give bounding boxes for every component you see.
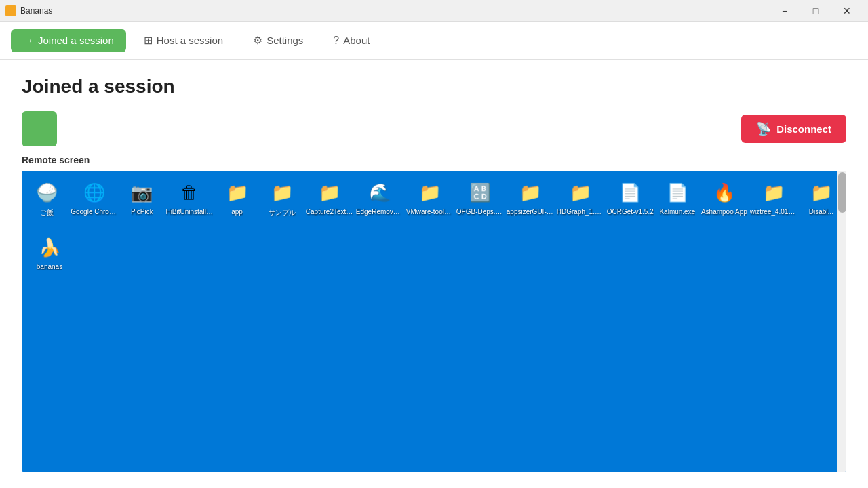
tab-joined-session[interactable]: → Joined a session (11, 29, 126, 52)
scrollbar[interactable] (837, 171, 846, 472)
icon-image: 📄 (616, 179, 644, 206)
disconnect-label: Disconnect (776, 123, 831, 135)
desktop-icon[interactable]: 🔥 Ashampoo App (700, 176, 749, 218)
tab-settings[interactable]: ⚙ Settings (241, 28, 315, 52)
icon-label: Capture2TextPor... (306, 208, 353, 216)
desktop-icon[interactable]: 📁 Capture2TextPor... (304, 176, 355, 218)
icon-image: 📁 (517, 179, 544, 206)
icon-image: 📷 (128, 179, 155, 206)
icon-label: Google Chrome (71, 208, 118, 216)
icon-label: HiBitUninstaller... (165, 208, 213, 216)
app-body: → Joined a session ⊞ Host a session ⚙ Se… (0, 22, 868, 488)
about-icon: ? (333, 35, 339, 47)
desktop-icon[interactable]: 🌐 Google Chrome (69, 176, 119, 218)
scrollbar-thumb (838, 172, 846, 213)
icon-image: 📁 (808, 179, 835, 206)
app-icon (5, 5, 16, 16)
icon-image: 📁 (567, 179, 594, 206)
icon-label: ご飯 (40, 208, 54, 218)
tabbar: → Joined a session ⊞ Host a session ⚙ Se… (0, 22, 868, 60)
desktop-icon[interactable]: 📄 OCRGet-v1.5.2 (606, 176, 655, 218)
icon-image: 📁 (760, 179, 787, 206)
tab-about[interactable]: ? About (321, 29, 382, 52)
tab-about-label: About (343, 35, 370, 46)
desktop-icon[interactable]: 📷 PicPick (119, 176, 164, 218)
icon-image: 🍌 (36, 234, 63, 261)
icon-label: wiztree_4.01_por... (750, 208, 797, 216)
icon-image: 📁 (416, 179, 443, 206)
maximize-button[interactable]: □ (800, 0, 831, 22)
minimize-button[interactable]: − (769, 0, 800, 22)
desktop-icon[interactable]: 📁 サンプル (260, 176, 304, 220)
icon-label: OCRGet-v1.5.2 (607, 208, 654, 216)
host-session-icon: ⊞ (144, 34, 153, 47)
icon-label: EdgeRemover.exe (356, 208, 403, 216)
tab-settings-label: Settings (267, 35, 303, 46)
desktop-icon[interactable]: 📁 app (214, 176, 259, 218)
icon-label: サンプル (269, 208, 296, 218)
remote-screen-label: Remote screen (22, 155, 846, 165)
desktop-icon[interactable]: 📁 appsizerGUI-2.0... (505, 176, 555, 218)
desktop-icon[interactable]: 🍚 ご飯 (24, 176, 69, 220)
icon-label: app (231, 208, 243, 216)
tab-joined-label: Joined a session (38, 35, 114, 46)
tab-host-label: Host a session (157, 35, 223, 46)
titlebar-controls: − □ ✕ (769, 0, 863, 22)
disconnect-button[interactable]: 📡 Disconnect (741, 115, 846, 143)
desktop-icons-row2: 🍌 bananas (22, 226, 846, 279)
session-controls: 📡 Disconnect (22, 111, 846, 146)
icon-image: 🌊 (366, 179, 393, 206)
settings-icon: ⚙ (253, 34, 262, 47)
tab-host-session[interactable]: ⊞ Host a session (132, 28, 235, 52)
desktop-icon[interactable]: 🗑 HiBitUninstaller... (164, 176, 214, 218)
desktop-icon[interactable]: 🌊 EdgeRemover.exe (355, 176, 405, 218)
desktop-icon[interactable]: 🔠 OFGB-Deps.exe (455, 176, 505, 218)
desktop-icon[interactable]: 📄 Kalmun.exe (655, 176, 700, 218)
icon-label: appsizerGUI-2.0... (507, 208, 554, 216)
titlebar: Bananas − □ ✕ (0, 0, 868, 22)
icon-image: 📄 (664, 179, 691, 206)
icon-image: 📁 (316, 179, 343, 206)
icon-image: 📁 (224, 179, 251, 206)
icon-label: HDGraph_1.5.1 (557, 208, 604, 216)
desktop-icon[interactable]: 📁 wiztree_4.01_por... (749, 176, 799, 218)
titlebar-title: Bananas (5, 5, 52, 16)
icon-label: Disabl... (809, 208, 833, 216)
desktop-icons-row1: 🍚 ご飯 🌐 Google Chrome 📷 PicPick 🗑 HiBitUn… (22, 171, 846, 226)
icon-label: VMware-tools-1... (406, 208, 454, 216)
connection-status-indicator (22, 111, 57, 146)
icon-image: 📁 (269, 179, 296, 206)
disconnect-icon: 📡 (756, 121, 771, 136)
desktop-icon[interactable]: 📁 HDGraph_1.5.1 (555, 176, 606, 218)
icon-label: bananas (37, 263, 62, 270)
icon-label: OFGB-Deps.exe (456, 208, 504, 216)
desktop-icon[interactable]: 📁 VMware-tools-1... (405, 176, 455, 218)
close-button[interactable]: ✕ (831, 0, 863, 22)
icon-image: 🗑 (176, 179, 203, 206)
desktop-icon[interactable]: 🍌 bananas (24, 231, 75, 273)
icon-image: 🌐 (81, 179, 108, 206)
icon-label: Kalmun.exe (659, 208, 695, 216)
joined-session-icon: → (23, 35, 34, 47)
icon-image: 🍚 (33, 179, 60, 206)
app-title: Bananas (20, 6, 52, 16)
remote-screen: 🍚 ご飯 🌐 Google Chrome 📷 PicPick 🗑 HiBitUn… (22, 171, 846, 472)
icon-image: 🔥 (711, 179, 738, 206)
icon-image: 🔠 (467, 179, 494, 206)
page-title: Joined a session (22, 76, 846, 98)
icon-label: Ashampoo App (701, 208, 747, 216)
icon-label: PicPick (131, 208, 153, 216)
main-content: Joined a session 📡 Disconnect Remote scr… (0, 60, 868, 488)
